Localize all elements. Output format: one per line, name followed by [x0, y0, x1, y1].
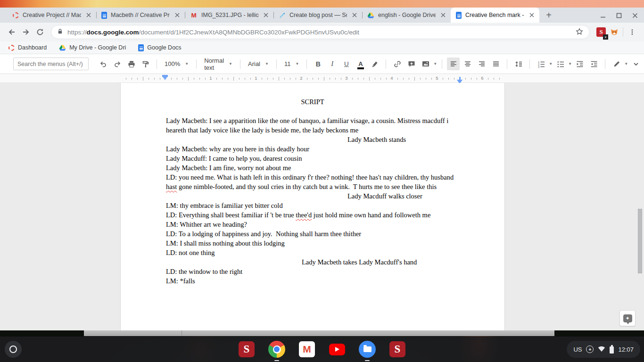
back-icon[interactable] — [5, 25, 19, 39]
chevron-down-icon: ▼ — [229, 62, 232, 66]
bulleted-list-icon[interactable] — [554, 58, 567, 70]
reload-icon[interactable] — [33, 25, 47, 39]
increase-indent-icon[interactable] — [587, 58, 600, 70]
smore-app-icon: S — [389, 341, 405, 357]
font-select[interactable]: Arial▼ — [245, 60, 272, 67]
shelf-app-gmail[interactable]: M — [298, 341, 315, 358]
google-drive-icon — [367, 12, 374, 19]
tab-close-icon[interactable] — [439, 11, 447, 19]
zoom-select[interactable]: 100%▼ — [162, 60, 191, 67]
editing-mode-pen-icon[interactable] — [610, 58, 623, 70]
italic-icon[interactable]: I — [326, 58, 339, 70]
wifi-icon — [598, 346, 605, 354]
shelf-app-smore[interactable]: S — [238, 341, 255, 358]
print-icon[interactable] — [125, 58, 138, 70]
text-color-icon[interactable]: A — [354, 58, 367, 70]
doc-paragraph: Lady Macbeth takes Lady Macduff's hand — [166, 257, 459, 267]
bold-icon[interactable]: B — [312, 58, 324, 70]
google-docs-icon — [101, 12, 107, 19]
tab-close-icon[interactable] — [173, 11, 181, 19]
tab-4[interactable]: Create blog post — Scien — [273, 8, 362, 23]
font-size-select[interactable]: 11▼ — [281, 60, 302, 67]
tab-title: english - Google Drive — [378, 12, 436, 18]
search-menus-input[interactable] — [13, 58, 89, 70]
tab-title: IMG_5231.JPG - lelliott2 — [201, 12, 258, 18]
doc-paragraph: LD: you need me. What is hath left in th… — [166, 173, 459, 191]
paint-format-icon[interactable] — [139, 58, 152, 70]
document-text[interactable]: SCRIPTLady Macbeth: I see a apparition l… — [121, 83, 504, 286]
redo-icon[interactable] — [111, 58, 124, 70]
bookmark-1[interactable]: Dashboard — [8, 44, 47, 51]
chevron-down-icon[interactable]: ▼ — [568, 62, 572, 66]
launcher-button[interactable] — [5, 341, 22, 358]
doc-paragraph: Lady Macbeth: why are you here in this d… — [166, 144, 459, 154]
explore-button[interactable]: ✦ — [619, 310, 636, 326]
chrome-app-icon — [268, 341, 285, 358]
insert-image-icon[interactable] — [419, 58, 432, 70]
toolbar-more-chevron-icon[interactable] — [629, 58, 642, 70]
screencastify-extension-icon[interactable]: Sx — [594, 25, 608, 39]
ruler-number: 1 — [209, 74, 212, 82]
tab-close-icon[interactable] — [351, 11, 358, 19]
bookmark-star-icon[interactable] — [575, 27, 584, 37]
maximize-icon[interactable] — [613, 9, 625, 22]
forward-icon[interactable] — [19, 25, 33, 39]
chevron-down-icon: ▼ — [265, 62, 269, 66]
tab-5[interactable]: english - Google Drive — [362, 8, 451, 23]
insert-link-icon[interactable] — [391, 58, 404, 70]
paragraph-style-select[interactable]: Normal text▼ — [201, 57, 235, 71]
tab-close-icon[interactable] — [528, 11, 536, 19]
vertical-scrollbar[interactable] — [638, 209, 642, 273]
fox-extension-icon[interactable] — [608, 25, 621, 39]
google-drive-icon — [59, 44, 66, 51]
line-spacing-icon[interactable] — [512, 58, 525, 70]
ruler-number: 6 — [481, 74, 483, 82]
tab-6[interactable]: Creative Bench mark - G — [451, 8, 539, 23]
chevron-down-icon[interactable]: ▼ — [549, 62, 553, 66]
accessibility-plus-icon: + — [586, 346, 594, 353]
tab-2[interactable]: Macbeth // Creative Proj — [96, 8, 185, 23]
tab-close-icon[interactable] — [85, 11, 92, 19]
ruler-number: 3 — [345, 74, 347, 82]
bookmark-2[interactable]: My Drive - Google Dri — [59, 44, 126, 51]
undo-icon[interactable] — [97, 58, 109, 70]
ruler: 1123456 — [0, 74, 644, 83]
doc-paragraph: Lady Macduff walks closer — [166, 191, 459, 201]
close-icon[interactable] — [629, 9, 641, 22]
justify-icon[interactable] — [489, 58, 502, 70]
minimize-icon[interactable] — [597, 9, 609, 22]
shelf-app-files[interactable] — [359, 341, 376, 358]
tab-close-icon[interactable] — [262, 11, 270, 19]
battery-icon — [610, 346, 614, 354]
tab-3[interactable]: MIMG_5231.JPG - lelliott2 — [185, 8, 273, 23]
misspelled-word: hast — [166, 183, 177, 190]
smore-icon — [8, 45, 15, 51]
decrease-indent-icon[interactable] — [573, 58, 586, 70]
tab-1[interactable]: Creative Project // Macb — [8, 8, 96, 23]
numbered-list-icon[interactable]: 123 — [535, 58, 547, 70]
align-left-icon[interactable] — [447, 58, 460, 70]
bookmark-3[interactable]: Google Docs — [138, 44, 181, 51]
lock-icon — [57, 28, 63, 36]
highlight-color-icon[interactable] — [368, 58, 381, 70]
doc-paragraph: LM: *falls — [166, 276, 459, 286]
shelf-app-smore[interactable]: S — [389, 341, 406, 358]
doc-paragraph: LD: Everything shall beest familiar if '… — [166, 210, 459, 220]
status-tray[interactable]: US + 12:07 — [567, 341, 640, 358]
chevron-down-icon[interactable]: ▼ — [433, 62, 437, 66]
document-page: SCRIPTLady Macbeth: I see a apparition l… — [120, 83, 505, 330]
underline-icon[interactable]: U — [340, 58, 353, 70]
add-comment-icon[interactable] — [405, 58, 418, 70]
chevron-down-icon[interactable]: ▼ — [624, 62, 628, 66]
doc-paragraph: LD: not one thing — [166, 248, 459, 257]
align-right-icon[interactable] — [475, 58, 488, 70]
new-tab-button[interactable]: + — [542, 8, 555, 22]
align-center-icon[interactable] — [461, 58, 474, 70]
left-indent-marker[interactable] — [162, 75, 168, 80]
shelf-app-chrome[interactable] — [268, 341, 285, 358]
youtube-app-icon — [329, 344, 345, 355]
browser-menu-icon[interactable] — [625, 25, 639, 39]
address-bar[interactable]: https://docs.google.com/document/d/1Hf2C… — [51, 25, 590, 39]
shelf-app-youtube[interactable] — [329, 341, 346, 358]
doc-paragraph: SCRIPT — [166, 97, 459, 107]
